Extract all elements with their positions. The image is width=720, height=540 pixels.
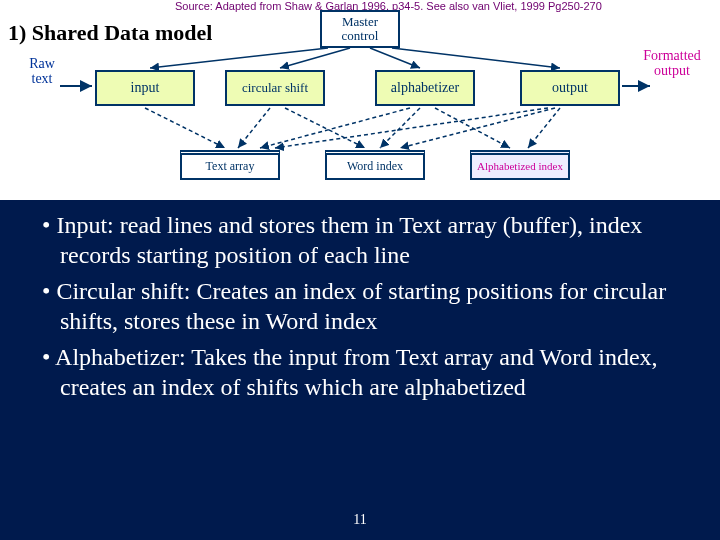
box-circular-shift: circular shift [225,70,325,106]
box-master-control: Master control [320,10,400,48]
svg-line-6 [145,108,225,148]
svg-line-3 [280,48,350,68]
svg-line-9 [260,108,410,148]
svg-line-13 [400,108,555,148]
svg-line-7 [238,108,270,148]
box-input: input [95,70,195,106]
svg-line-10 [380,108,420,148]
box-word-index: Word index [325,150,425,180]
box-output: output [520,70,620,106]
svg-line-2 [150,48,328,68]
svg-line-11 [435,108,510,148]
svg-line-8 [285,108,365,148]
box-text-array: Text array [180,150,280,180]
diagram-region: Source: Adapted from Shaw & Garlan 1996,… [0,0,720,200]
bullet-region: Input: read lines and stores them in Tex… [0,200,720,540]
svg-line-12 [528,108,560,148]
svg-line-4 [370,48,420,68]
bullet-item: Circular shift: Creates an index of star… [20,276,700,336]
box-alphabetizer: alphabetizer [375,70,475,106]
bullet-item: Input: read lines and stores them in Tex… [20,210,700,270]
raw-text-label: Raw text [22,56,62,87]
page-number: 11 [0,512,720,528]
bullet-item: Alphabetizer: Takes the input from Text … [20,342,700,402]
box-alphabetized-index: Alphabetized index [470,150,570,180]
bullet-list: Input: read lines and stores them in Tex… [20,210,700,402]
section-title: 1) Shared Data model [8,20,212,46]
svg-line-14 [275,108,548,148]
formatted-output-label: Formatted output [632,48,712,79]
svg-line-5 [392,48,560,68]
